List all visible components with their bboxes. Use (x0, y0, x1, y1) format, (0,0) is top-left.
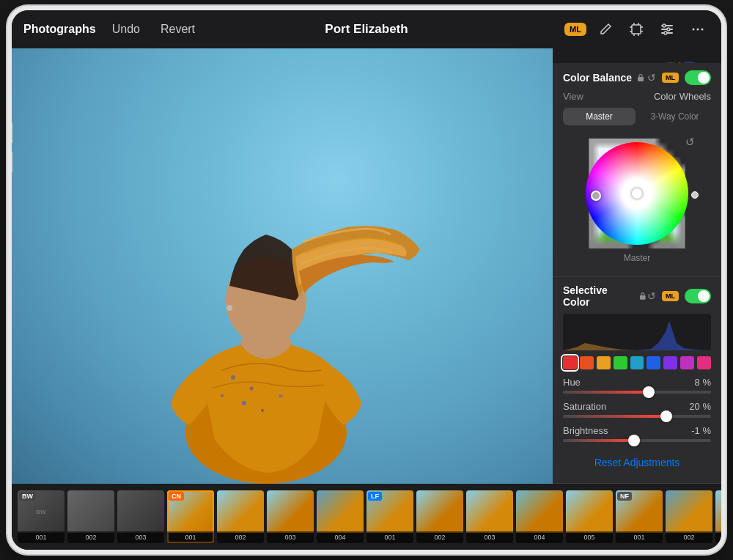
top-bar-right: ML (564, 18, 710, 41)
photo-background (12, 48, 553, 484)
crop-icon[interactable] (625, 18, 648, 41)
reset-adjustments-button[interactable]: Reset Adjustments (563, 449, 711, 476)
film-item-bw-002[interactable]: 002 (67, 490, 114, 543)
color-balance-reset[interactable]: ↺ (647, 72, 656, 84)
top-bar-left: Photographs Undo Revert (23, 20, 199, 39)
wheel-reset-icon[interactable]: ↺ (685, 136, 695, 149)
selective-color-toggle[interactable] (685, 289, 711, 303)
film-badge: BW (19, 492, 36, 501)
brightness-fill (563, 439, 634, 442)
film-item-cn-003[interactable]: 003 (267, 490, 314, 543)
tab-3way[interactable]: 3-Way Color (638, 108, 711, 125)
film-item-cn-004[interactable]: 004 (317, 490, 364, 543)
selective-color-title: Selective Color (563, 284, 647, 308)
revert-button[interactable]: Revert (156, 20, 199, 39)
back-button[interactable]: Photographs (23, 23, 96, 36)
svg-point-16 (261, 409, 264, 412)
film-label: 004 (516, 531, 563, 543)
selective-color-reset[interactable]: ↺ (647, 290, 656, 302)
swatch-orange[interactable] (597, 356, 611, 369)
pencil-icon[interactable] (594, 18, 617, 41)
svg-point-6 (664, 32, 667, 34)
film-item-lf-004[interactable]: 004 (516, 490, 563, 543)
film-thumbnail (217, 490, 264, 533)
selective-color-controls: ↺ ML (647, 289, 711, 303)
film-label: 001 (167, 531, 214, 543)
volume-down-button[interactable] (12, 151, 12, 173)
brightness-track[interactable] (563, 439, 711, 442)
film-item-lf-001[interactable]: 001 LF (366, 490, 413, 543)
film-item-nf-001[interactable]: 001 NF (616, 490, 663, 543)
film-thumbnail (666, 490, 712, 533)
color-balance-ml[interactable]: ML (662, 73, 679, 83)
swatch-blue[interactable] (647, 356, 660, 369)
saturation-slider-header: Saturation 20 % (563, 401, 711, 412)
color-wheel-container: ↺ (563, 133, 711, 269)
film-thumbnail (67, 490, 114, 533)
color-swatches (563, 356, 711, 369)
saturation-thumb[interactable] (660, 410, 672, 422)
film-item-nf-002[interactable]: 002 (666, 490, 712, 543)
selective-color-header: Selective Color ↺ ML (563, 284, 711, 308)
swatch-green[interactable] (614, 356, 627, 369)
svg-point-14 (250, 387, 254, 391)
swatch-red[interactable] (563, 356, 577, 369)
film-label: 001 (616, 531, 663, 543)
hue-label: Hue (563, 377, 581, 388)
film-item-bw-001[interactable]: BW 001 BW (18, 490, 65, 543)
hue-fill (563, 391, 649, 394)
brightness-thumb[interactable] (628, 435, 640, 446)
swatch-pink[interactable] (697, 356, 711, 369)
film-label: 001 (366, 531, 413, 543)
color-balance-tabs: Master 3-Way Color (563, 108, 711, 125)
film-item-bw-003[interactable]: 003 (117, 490, 164, 543)
saturation-label: Saturation (563, 401, 606, 412)
wheel-right-handle[interactable] (691, 191, 699, 199)
film-thumbnail (466, 490, 513, 533)
swatch-purple[interactable] (663, 356, 677, 369)
saturation-value: 20 % (689, 401, 711, 412)
view-label: View (563, 91, 583, 102)
device-shell: Photographs Undo Revert Port Elizabeth M… (7, 6, 726, 554)
color-balance-header: Color Balance ↺ ML (563, 70, 711, 85)
color-balance-toggle[interactable] (685, 70, 711, 85)
saturation-track[interactable] (563, 415, 711, 418)
master-label: Master (624, 253, 651, 263)
selective-color-section: Selective Color ↺ ML (553, 277, 721, 484)
film-item-cn-002[interactable]: 002 (217, 490, 264, 543)
wheel-left-handle[interactable] (591, 191, 601, 201)
photo-title: Port Elizabeth (325, 22, 408, 37)
hue-thumb[interactable] (643, 386, 655, 398)
selective-color-ml[interactable]: ML (662, 291, 679, 301)
ml-badge[interactable]: ML (564, 23, 586, 36)
film-thumbnail (317, 490, 364, 533)
film-item-lf-005[interactable]: 005 (566, 490, 613, 543)
swatch-cyan[interactable] (630, 356, 644, 369)
film-label: 003 (117, 531, 164, 543)
adjustments-icon[interactable] (655, 18, 679, 41)
swatch-magenta[interactable] (680, 356, 694, 369)
film-item-cn-001[interactable]: 001 CN (167, 490, 214, 543)
more-icon[interactable] (686, 18, 710, 41)
undo-button[interactable]: Undo (108, 20, 144, 39)
film-thumbnail (117, 490, 164, 533)
view-value[interactable]: Color Wheels (654, 91, 711, 102)
film-label: 002 (217, 531, 264, 543)
hue-slider-row: Hue 8 % (563, 377, 711, 394)
film-badge-lf: LF (368, 492, 382, 501)
film-thumbnail (267, 490, 314, 533)
swatch-orange-red[interactable] (580, 356, 594, 369)
film-thumbnail (566, 490, 613, 533)
svg-rect-0 (632, 25, 641, 34)
wheel-center-handle[interactable] (632, 188, 642, 199)
hue-track[interactable] (563, 391, 711, 394)
film-item-nf-003[interactable]: 003 (715, 490, 721, 543)
tab-master[interactable]: Master (563, 108, 636, 125)
hue-value: 8 % (695, 377, 711, 388)
film-label: 002 (67, 531, 114, 543)
film-item-lf-002[interactable]: 002 (416, 490, 463, 543)
film-label: 003 (466, 531, 513, 543)
svg-point-15 (242, 401, 246, 405)
volume-up-button[interactable] (12, 122, 12, 144)
film-item-lf-003[interactable]: 003 (466, 490, 513, 543)
